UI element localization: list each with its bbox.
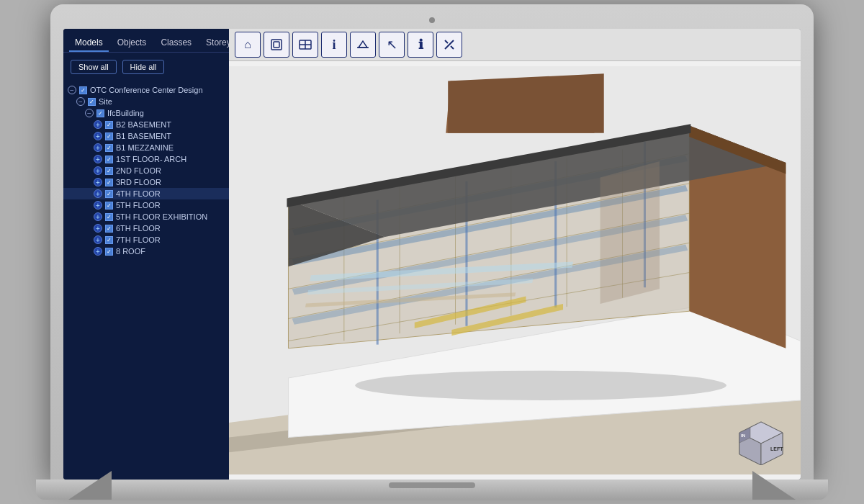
- tab-storeys[interactable]: Storeys: [200, 35, 229, 52]
- laptop-screen: Models Objects Classes Storeys Show all …: [63, 29, 801, 480]
- tree-row-root[interactable]: − OTC Conference Center Design: [63, 84, 229, 96]
- tree-row-f5[interactable]: + 5TH FLOOR: [63, 199, 229, 211]
- sidebar: Models Objects Classes Storeys Show all …: [63, 29, 229, 480]
- laptop-corner-right: [752, 471, 796, 500]
- label-root: OTC Conference Center Design: [90, 86, 203, 94]
- checkbox-b2[interactable]: [105, 121, 113, 129]
- checkbox-building[interactable]: [96, 109, 104, 117]
- building-svg: [229, 61, 801, 480]
- tree-row-roof[interactable]: + 8 ROOF: [63, 246, 229, 257]
- label-f5e: 5TH FLOOR EXHIBITION: [116, 212, 207, 221]
- checkbox-f7[interactable]: [105, 236, 113, 244]
- toggle-plus-f1[interactable]: +: [94, 155, 102, 163]
- model-tree: − OTC Conference Center Design − Site: [63, 81, 229, 480]
- laptop-camera: [429, 17, 435, 23]
- svg-line-7: [445, 40, 448, 43]
- tab-objects[interactable]: Objects: [112, 35, 153, 52]
- checkbox-f6[interactable]: [105, 225, 113, 233]
- svg-marker-39: [448, 73, 604, 132]
- main-area: ⌂: [229, 29, 801, 480]
- toggle-minus-building[interactable]: −: [85, 109, 94, 117]
- 3d-view-button[interactable]: [264, 32, 289, 58]
- label-site: Site: [99, 97, 112, 106]
- toggle-plus-f3[interactable]: +: [94, 178, 102, 186]
- tree-row-f5e[interactable]: + 5TH FLOOR EXHIBITION: [63, 211, 229, 222]
- tree-row-f3[interactable]: + 3RD FLOOR: [63, 176, 229, 188]
- svg-text:IN: IN: [741, 433, 745, 438]
- toggle-plus-f7[interactable]: +: [94, 235, 102, 244]
- toggle-plus-b1[interactable]: +: [94, 132, 102, 140]
- laptop-wrapper: Models Objects Classes Storeys Show all …: [36, 4, 828, 500]
- label-f6: 6TH FLOOR: [116, 224, 161, 233]
- toggle-plus-f5[interactable]: +: [94, 201, 102, 210]
- sidebar-tabs: Models Objects Classes Storeys: [63, 29, 229, 53]
- checkbox-b1m[interactable]: [105, 144, 113, 152]
- app-container: Models Objects Classes Storeys Show all …: [63, 29, 801, 480]
- label-b1m: B1 MEZZANINE: [116, 143, 174, 152]
- tab-models[interactable]: Models: [69, 35, 109, 52]
- toolbar: ⌂: [229, 29, 801, 61]
- laptop-base: [36, 480, 828, 500]
- erase-button[interactable]: [350, 32, 376, 58]
- label-f7: 7TH FLOOR: [116, 235, 161, 244]
- visibility-buttons: Show all Hide all: [63, 53, 229, 81]
- checkbox-root[interactable]: [79, 86, 87, 94]
- svg-point-48: [355, 371, 726, 400]
- toggle-minus-site[interactable]: −: [76, 97, 85, 106]
- tree-row-f1[interactable]: + 1ST FLOOR- ARCH: [63, 153, 229, 165]
- tree-row-f2[interactable]: + 2ND FLOOR: [63, 165, 229, 176]
- checkbox-f5e[interactable]: [105, 213, 113, 221]
- section-button[interactable]: [292, 32, 318, 58]
- svg-text:LEFT: LEFT: [770, 446, 783, 451]
- svg-line-8: [451, 46, 454, 49]
- select-button[interactable]: ↖: [379, 32, 405, 58]
- label-roof: 8 ROOF: [116, 247, 145, 256]
- properties-button[interactable]: ℹ: [408, 32, 433, 58]
- label-f3: 3RD FLOOR: [116, 178, 161, 186]
- svg-marker-47: [600, 161, 660, 304]
- tree-row-b1[interactable]: + B1 BASEMENT: [63, 130, 229, 142]
- toggle-plus-f6[interactable]: +: [94, 224, 102, 233]
- toggle-plus-b1m[interactable]: +: [94, 143, 102, 152]
- label-f2: 2ND FLOOR: [116, 166, 161, 175]
- label-b1: B1 BASEMENT: [116, 132, 171, 140]
- checkbox-roof[interactable]: [105, 248, 113, 256]
- nav-cube[interactable]: LEFT IN: [736, 415, 786, 465]
- tree-row-b2[interactable]: + B2 BASEMENT: [63, 119, 229, 130]
- toggle-minus-root[interactable]: −: [68, 86, 76, 94]
- tools-button[interactable]: [436, 32, 462, 58]
- checkbox-b1[interactable]: [105, 132, 113, 140]
- checkbox-f2[interactable]: [105, 167, 113, 175]
- svg-rect-0: [271, 40, 282, 50]
- checkbox-f5[interactable]: [105, 202, 113, 210]
- hide-all-button[interactable]: Hide all: [122, 60, 165, 74]
- viewport[interactable]: LEFT IN: [229, 61, 801, 480]
- info-button[interactable]: i: [321, 32, 347, 58]
- laptop-corner-left: [68, 471, 112, 500]
- checkbox-f4[interactable]: [105, 190, 113, 198]
- label-f1: 1ST FLOOR- ARCH: [116, 155, 186, 163]
- tab-classes[interactable]: Classes: [155, 35, 197, 52]
- tree-row-f7[interactable]: + 7TH FLOOR: [63, 234, 229, 246]
- checkbox-f1[interactable]: [105, 156, 113, 163]
- show-all-button[interactable]: Show all: [71, 60, 117, 74]
- toggle-plus-f4[interactable]: +: [94, 189, 102, 198]
- label-building: IfcBuilding: [107, 109, 144, 117]
- toggle-plus-f5e[interactable]: +: [94, 212, 102, 221]
- toggle-plus-roof[interactable]: +: [94, 247, 102, 256]
- home-button[interactable]: ⌂: [235, 32, 261, 58]
- tree-row-b1m[interactable]: + B1 MEZZANINE: [63, 142, 229, 153]
- svg-rect-1: [274, 42, 279, 48]
- checkbox-site[interactable]: [88, 98, 96, 106]
- checkbox-f3[interactable]: [105, 179, 113, 186]
- label-b2: B2 BASEMENT: [116, 120, 171, 129]
- tree-row-f4[interactable]: + 4TH FLOOR: [63, 188, 229, 199]
- label-f5: 5TH FLOOR: [116, 201, 161, 210]
- tree-row-building[interactable]: − IfcBuilding: [63, 107, 229, 119]
- tree-row-f6[interactable]: + 6TH FLOOR: [63, 222, 229, 234]
- tree-row-site[interactable]: − Site: [63, 96, 229, 107]
- label-f4: 4TH FLOOR: [116, 189, 161, 198]
- toggle-plus-b2[interactable]: +: [94, 120, 102, 129]
- toggle-plus-f2[interactable]: +: [94, 166, 102, 175]
- laptop-screen-outer: Models Objects Classes Storeys Show all …: [50, 4, 814, 480]
